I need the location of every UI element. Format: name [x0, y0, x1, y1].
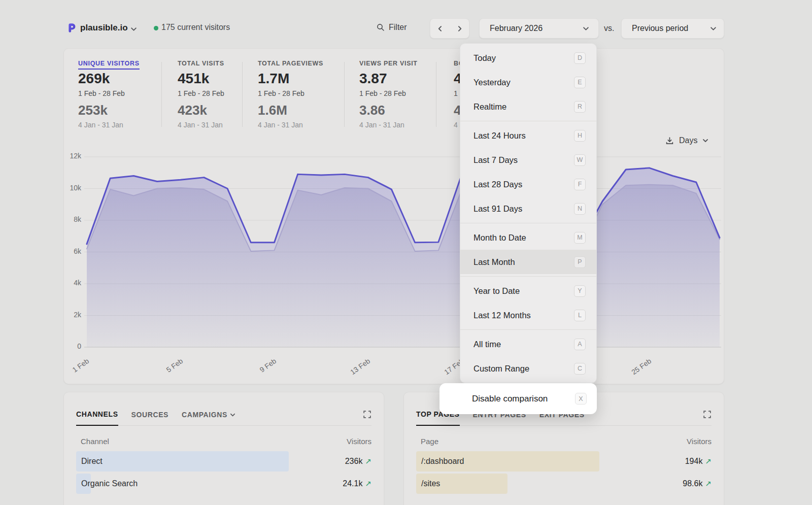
chevron-down-icon: [230, 412, 235, 418]
expand-icon[interactable]: [363, 410, 371, 421]
chevron-right-icon: [456, 25, 463, 32]
tab-channels[interactable]: CHANNELS: [76, 410, 118, 426]
stat-label: TOTAL VISITS: [178, 60, 224, 67]
shortcut-key-badge: X: [575, 393, 587, 405]
menu-divider: [460, 329, 596, 330]
stat-previous-period: 4 Jan - 31 Jan: [359, 121, 404, 129]
menu-item-label: Month to Date: [473, 233, 526, 243]
tab-sources[interactable]: SOURCES: [131, 411, 168, 425]
shortcut-key-badge: N: [574, 203, 586, 215]
stat-previous-period: 4 Jan - 31 Jan: [258, 121, 303, 129]
menu-item-realtime[interactable]: RealtimeR: [460, 94, 596, 119]
chevron-down-icon[interactable]: [130, 26, 137, 32]
column-header-channel: Channel: [76, 437, 109, 446]
pages-table-header: Page Visitors: [416, 437, 712, 446]
menu-item-last-28-days[interactable]: Last 28 DaysF: [460, 172, 596, 196]
filter-button[interactable]: Filter: [377, 23, 407, 32]
stat-divider: [161, 62, 162, 127]
shortcut-key-badge: M: [574, 232, 586, 244]
stat-previous-period: 4 Jan - 31 Jan: [78, 121, 123, 129]
row-name: Organic Search: [81, 474, 138, 494]
stat-previous-value: 423k: [178, 103, 207, 118]
chevron-down-icon: [710, 25, 717, 32]
date-range-select[interactable]: February 2026: [479, 18, 599, 39]
shortcut-key-badge: H: [574, 130, 586, 142]
tab-label: CHANNELS: [76, 410, 118, 418]
menu-item-last-12-months[interactable]: Last 12 MonthsL: [460, 303, 596, 327]
menu-item-label: Year to Date: [473, 286, 520, 296]
menu-item-label: Last 7 Days: [473, 155, 518, 165]
row-value-text: 236k: [345, 451, 363, 472]
stat-divider: [436, 62, 436, 127]
comparison-menu: Disable comparison X: [439, 383, 597, 414]
menu-item-today[interactable]: TodayD: [460, 46, 596, 70]
table-row-dashboard[interactable]: /:dashboard194k↗: [416, 451, 712, 472]
y-axis-label: 12k: [64, 152, 81, 160]
next-period-arrow-button[interactable]: [450, 25, 469, 32]
row-bar: [76, 451, 289, 472]
date-range-menu: TodayDYesterdayERealtimeRLast 24 HoursHL…: [460, 43, 597, 383]
plausible-logo-icon: [66, 22, 77, 33]
shortcut-key-badge: E: [574, 77, 586, 88]
visitors-line-chart[interactable]: [64, 140, 725, 385]
comparison-value: Previous period: [632, 24, 688, 33]
stat-value: 3.87: [359, 71, 387, 87]
chevron-down-icon: [583, 25, 589, 32]
column-header-visitors: Visitors: [347, 437, 371, 446]
row-name: /sites: [421, 474, 440, 494]
shortcut-key-badge: W: [574, 154, 586, 166]
row-name: Direct: [81, 451, 103, 472]
table-row-sites[interactable]: /sites98.6k↗: [416, 474, 712, 494]
stat-label: UNIQUE VISITORS: [78, 60, 140, 70]
stat-previous-value: 3.86: [359, 103, 385, 118]
shortcut-key-badge: L: [574, 310, 586, 321]
stat-period: 1 Feb - 28 Feb: [178, 89, 224, 97]
tab-campaigns[interactable]: CAMPAIGNS: [182, 411, 235, 425]
stat-label: TOTAL PAGEVIEWS: [258, 60, 323, 67]
menu-item-last-7-days[interactable]: Last 7 DaysW: [460, 148, 596, 172]
channels-rows: Direct236k↗Organic Search24.1k↗: [76, 451, 371, 496]
table-row-organic-search[interactable]: Organic Search24.1k↗: [76, 474, 371, 494]
tab-label: SOURCES: [131, 411, 168, 419]
row-value: 24.1k↗: [343, 474, 371, 494]
shortcut-key-badge: C: [574, 363, 586, 375]
stat-period: 1 Feb - 28 Feb: [78, 89, 125, 97]
menu-item-year-to-date[interactable]: Year to DateY: [460, 279, 596, 303]
stat-previous-value: 1.6M: [258, 103, 287, 118]
pages-rows: /:dashboard194k↗/sites98.6k↗: [416, 451, 712, 496]
menu-item-label: Last 28 Days: [473, 180, 522, 189]
filter-label: Filter: [389, 23, 407, 32]
stat-value: 451k: [178, 71, 209, 87]
channels-card: CHANNELSSOURCESCAMPAIGNS Channel Visitor…: [63, 392, 384, 505]
chart-series: [87, 168, 720, 347]
current-visitors-label[interactable]: 175 current visitors: [161, 23, 230, 32]
stat-previous-value: 253k: [78, 103, 108, 118]
stat-period: 1 Feb - 28 Feb: [359, 89, 406, 97]
shortcut-key-badge: F: [574, 179, 586, 190]
y-axis-label: 8k: [64, 215, 81, 223]
previous-period-arrow-button[interactable]: [430, 25, 450, 32]
menu-item-label: Disable comparison: [472, 394, 548, 404]
y-axis-label: 10k: [64, 184, 81, 192]
menu-item-yesterday[interactable]: YesterdayE: [460, 70, 596, 94]
trend-up-icon: ↗: [705, 451, 712, 472]
menu-divider: [460, 121, 596, 121]
menu-item-all-time[interactable]: All timeA: [460, 332, 596, 356]
trend-up-icon: ↗: [365, 451, 371, 472]
comparison-select[interactable]: Previous period: [621, 18, 724, 39]
shortcut-key-badge: A: [574, 339, 586, 350]
menu-item-last-24-hours[interactable]: Last 24 HoursH: [460, 123, 596, 148]
menu-item-label: Last 24 Hours: [473, 131, 526, 141]
table-row-direct[interactable]: Direct236k↗: [76, 451, 371, 472]
menu-item-custom-range[interactable]: Custom RangeC: [460, 356, 596, 381]
menu-item-disable-comparison[interactable]: Disable comparison X: [439, 387, 597, 411]
site-name[interactable]: plausible.io: [80, 23, 128, 33]
channels-tabs: CHANNELSSOURCESCAMPAIGNS: [76, 410, 371, 426]
y-axis-label: 4k: [64, 279, 81, 287]
expand-icon[interactable]: [703, 410, 712, 421]
stat-value: 269k: [78, 71, 110, 87]
menu-item-last-91-days[interactable]: Last 91 DaysN: [460, 196, 596, 221]
menu-item-label: Last 91 Days: [473, 204, 522, 214]
menu-item-last-month[interactable]: Last MonthP: [460, 250, 596, 274]
menu-item-month-to-date[interactable]: Month to DateM: [460, 225, 596, 250]
